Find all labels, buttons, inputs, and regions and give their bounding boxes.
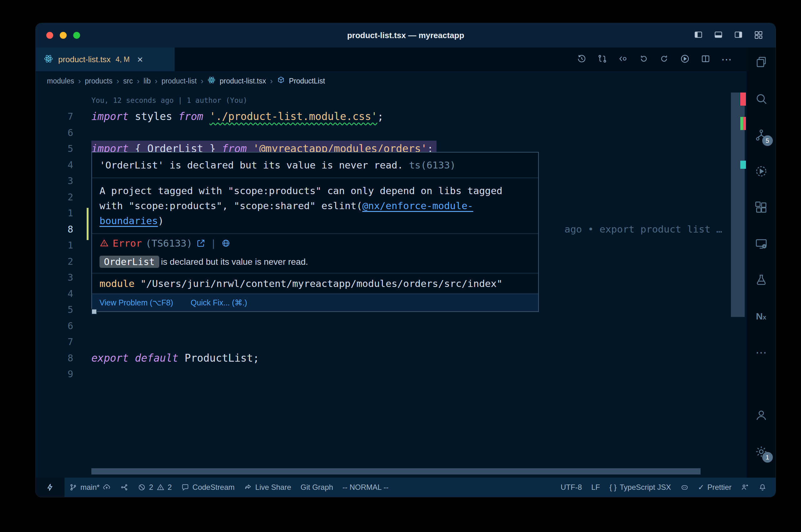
scm-badge: 5 [762, 135, 773, 146]
eol-status[interactable]: LF [587, 483, 605, 492]
breadcrumb-file[interactable]: product-list.tsx [220, 77, 266, 86]
feedback-status[interactable] [736, 483, 754, 491]
module-path-row: module "/Users/juri/nrwl/content/myreact… [92, 273, 538, 293]
prettier-status[interactable]: ✓ Prettier [693, 483, 736, 492]
remote-explorer-icon[interactable] [751, 233, 771, 254]
hover-resize-handle[interactable] [91, 309, 97, 315]
copilot-status[interactable] [676, 483, 693, 491]
toggle-sidebar-icon[interactable] [693, 30, 704, 41]
run-file-icon[interactable] [680, 54, 690, 65]
quick-fix-link[interactable]: Quick Fix... (⌘.) [190, 298, 247, 307]
inline-blame-annotation: ago • export product list … [564, 221, 722, 238]
breadcrumb-src[interactable]: src [123, 77, 133, 86]
breadcrumb-modules[interactable]: modules [47, 77, 74, 86]
toggle-secondary-sidebar-icon[interactable] [733, 30, 744, 41]
settings-gear-icon[interactable]: 1 [751, 441, 771, 462]
breadcrumb-lib[interactable]: lib [144, 77, 151, 86]
code-line[interactable]: 7 [36, 334, 747, 350]
line-number[interactable]: 6 [36, 320, 73, 331]
settings-badge: 1 [762, 452, 773, 462]
line-number[interactable]: 8 [36, 224, 73, 235]
branch-status[interactable]: main* [65, 483, 115, 492]
redo-navigation-icon[interactable] [659, 54, 669, 65]
eslint-rule-link[interactable]: @nx/enforce-module- [362, 200, 473, 211]
encoding-status[interactable]: UTF-8 [556, 483, 587, 492]
activity-bar: 5 Nx ⋯ 1 [747, 48, 776, 478]
line-number[interactable]: 7 [36, 111, 73, 122]
open-external-icon[interactable] [196, 239, 205, 248]
line-number[interactable]: 9 [36, 368, 73, 379]
line-number[interactable]: 4 [36, 159, 73, 170]
eslint-message: A project tagged with "scope:products" c… [92, 178, 538, 233]
source-control-icon[interactable]: 5 [751, 125, 771, 145]
line-number[interactable]: 3 [36, 272, 73, 283]
code-text[interactable]: export default ProductList; [91, 350, 259, 366]
error-label: Error [113, 238, 142, 249]
code-line[interactable]: 8export default ProductList; [36, 350, 747, 366]
close-window-button[interactable] [46, 32, 53, 39]
line-number[interactable]: 1 [36, 208, 73, 218]
warning-count: 2 [168, 483, 172, 492]
tab-product-list[interactable]: product-list.tsx 4, M × [36, 48, 175, 71]
line-number[interactable]: 3 [36, 175, 73, 186]
line-number[interactable]: 5 [36, 304, 73, 315]
line-number[interactable]: 2 [36, 256, 73, 267]
code-line[interactable]: 6 [36, 125, 747, 141]
branch-name: main* [80, 483, 99, 492]
code-line[interactable]: 9 [36, 366, 747, 382]
minimize-window-button[interactable] [60, 32, 67, 39]
globe-icon[interactable] [221, 239, 231, 248]
gitlens-blame-annotation[interactable]: You, 12 seconds ago | 1 author (You) [36, 93, 747, 109]
eslint-rule-link[interactable]: boundaries [99, 215, 158, 226]
compare-changes-icon[interactable] [597, 54, 607, 65]
code-line[interactable]: 6 [36, 318, 747, 334]
close-tab-icon[interactable]: × [137, 54, 143, 64]
split-editor-icon[interactable] [700, 54, 711, 65]
run-debug-icon[interactable] [751, 161, 771, 182]
warning-triangle-icon [99, 239, 109, 248]
toggle-panel-icon[interactable] [713, 30, 724, 41]
code-text[interactable]: import styles from './product-list.modul… [91, 109, 384, 125]
status-bar: main* 2 2 CodeStream Live Share Git Grap… [36, 478, 776, 497]
customize-layout-icon[interactable] [753, 30, 764, 41]
git-graph-status[interactable]: Git Graph [296, 483, 338, 492]
view-problem-link[interactable]: View Problem (⌥F8) [99, 298, 173, 307]
scm-graph-status[interactable] [115, 483, 133, 491]
live-share-icon [244, 483, 252, 491]
notifications-status[interactable] [754, 483, 771, 491]
breadcrumb-product-list[interactable]: product-list [161, 77, 197, 86]
language-status[interactable]: { } TypeScript JSX [605, 483, 676, 492]
previous-change-icon[interactable] [618, 54, 628, 65]
testing-beaker-icon[interactable] [751, 270, 771, 290]
line-number[interactable]: 4 [36, 288, 73, 299]
codestream-status[interactable]: CodeStream [177, 483, 239, 492]
accounts-icon[interactable] [751, 405, 771, 426]
chevron-right-icon: › [201, 77, 203, 86]
more-views-icon[interactable]: ⋯ [751, 342, 771, 363]
extensions-icon[interactable] [751, 197, 771, 218]
tab-decoration: 4, M [116, 55, 130, 64]
line-number[interactable]: 2 [36, 192, 73, 203]
line-number[interactable]: 1 [36, 240, 73, 251]
problems-status[interactable]: 2 2 [133, 483, 177, 492]
codestream-icon [181, 483, 189, 491]
line-number[interactable]: 6 [36, 127, 73, 138]
error-row: Error (TS6133) | [92, 234, 538, 252]
check-icon: ✓ [698, 483, 704, 492]
explorer-icon[interactable] [751, 52, 771, 73]
search-icon[interactable] [751, 89, 771, 109]
horizontal-scrollbar[interactable] [91, 468, 700, 474]
zoom-window-button[interactable] [73, 32, 80, 39]
live-share-status[interactable]: Live Share [239, 483, 296, 492]
timeline-history-icon[interactable] [577, 54, 587, 65]
line-number[interactable]: 5 [36, 143, 73, 154]
undo-navigation-icon[interactable] [639, 54, 649, 65]
line-number[interactable]: 8 [36, 353, 73, 363]
remote-indicator[interactable] [36, 478, 65, 497]
line-number[interactable]: 7 [36, 336, 73, 347]
more-actions-icon[interactable]: ⋯ [721, 53, 732, 65]
breadcrumb-products[interactable]: products [85, 77, 112, 86]
breadcrumb-symbol[interactable]: ProductList [289, 77, 325, 86]
code-line[interactable]: 7import styles from './product-list.modu… [36, 109, 747, 125]
nx-console-icon[interactable]: Nx [751, 306, 771, 327]
